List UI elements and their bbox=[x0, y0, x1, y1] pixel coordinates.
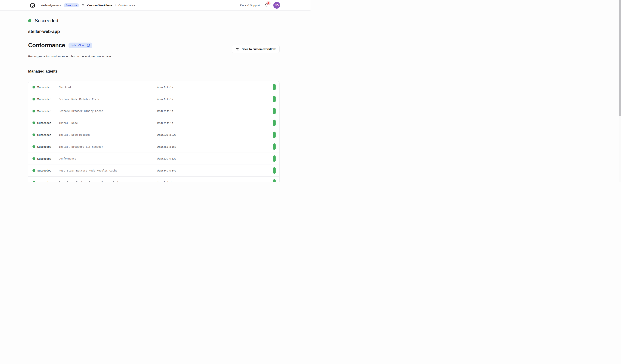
step-timeline-bar bbox=[273, 108, 276, 114]
step-status-label: Succeeded bbox=[37, 85, 51, 89]
agent-step-row[interactable]: Succeeded Post Step: Restore Browser Bin… bbox=[28, 176, 279, 182]
step-timeline-bar bbox=[273, 167, 276, 174]
step-status-label: Succeeded bbox=[37, 121, 51, 125]
nx-cloud-logo-icon[interactable] bbox=[30, 3, 35, 8]
workspace-title: stellar-web-app bbox=[28, 29, 279, 34]
step-duration: from 1s to 1s bbox=[157, 86, 273, 89]
managed-agents-heading: Managed agents bbox=[28, 69, 279, 74]
breadcrumb-custom-workflows[interactable]: Custom Workflows bbox=[87, 4, 113, 7]
status-dot bbox=[33, 157, 35, 160]
step-name: Restore Browser Binary Cache bbox=[59, 110, 157, 112]
step-status-label: Succeeded bbox=[37, 133, 51, 136]
breadcrumb-org[interactable]: stellar-dynamics bbox=[41, 4, 61, 7]
step-duration: from 1s to 1s bbox=[157, 110, 273, 112]
back-button-label: Back to custom workflow bbox=[242, 47, 276, 51]
step-name: Checkout bbox=[59, 86, 157, 89]
step-duration: from 1s to 1s bbox=[157, 98, 273, 101]
step-status: Succeeded bbox=[33, 145, 59, 148]
step-name: Post Step: Restore Node Modules Cache bbox=[59, 169, 157, 172]
org-switcher-button[interactable] bbox=[81, 3, 85, 7]
step-name: Install Node bbox=[59, 122, 157, 125]
app-header: / stellar-dynamics Enterprise Custom Wor… bbox=[0, 0, 310, 11]
step-status-label: Succeeded bbox=[37, 110, 51, 113]
step-timeline-bar bbox=[273, 132, 276, 138]
header-actions: Docs & Support NO bbox=[240, 2, 280, 9]
step-status-label: Succeeded bbox=[37, 181, 51, 182]
breadcrumb: / stellar-dynamics Enterprise Custom Wor… bbox=[30, 3, 135, 8]
step-status: Succeeded bbox=[33, 110, 59, 113]
notification-dot bbox=[268, 2, 269, 4]
step-status-label: Succeeded bbox=[37, 145, 51, 148]
step-status-label: Succeeded bbox=[37, 169, 51, 172]
step-duration: from 16s to 16s bbox=[157, 145, 273, 148]
step-duration: from 12s to 12s bbox=[157, 157, 273, 160]
page-title: Conformance bbox=[28, 42, 65, 49]
org-plan-badge: Enterprise bbox=[64, 3, 79, 7]
agent-step-row[interactable]: Succeeded Restore Browser Binary Cache f… bbox=[28, 105, 279, 117]
step-status: Succeeded bbox=[33, 169, 59, 172]
agent-step-row[interactable]: Succeeded Post Step: Restore Node Module… bbox=[28, 165, 279, 176]
agent-step-row[interactable]: Succeeded Install Node from 1s to 1s bbox=[28, 117, 279, 129]
breadcrumb-separator: / bbox=[115, 3, 116, 7]
status-dot bbox=[33, 110, 35, 112]
step-duration: from 1s to 1s bbox=[157, 181, 273, 182]
agent-step-row[interactable]: Succeeded Install Browsers (if needed) f… bbox=[28, 141, 279, 153]
nx-cloud-mini-logo-icon bbox=[87, 44, 90, 47]
breadcrumb-separator: / bbox=[37, 3, 38, 7]
step-timeline-bar bbox=[273, 179, 276, 182]
status-dot bbox=[33, 98, 35, 100]
provider-badge-label: by Nx Cloud bbox=[71, 44, 85, 47]
main-content: Succeeded stellar-web-app Conformance by… bbox=[0, 11, 310, 182]
agents-list: Succeeded Checkout from 1s to 1s Succeed… bbox=[28, 81, 279, 182]
step-status: Succeeded bbox=[33, 121, 59, 125]
step-name: Restore Node Modules Cache bbox=[59, 98, 157, 101]
step-name: Conformance bbox=[59, 157, 157, 160]
step-status: Succeeded bbox=[33, 181, 59, 182]
nx-cloud-provider-badge[interactable]: by Nx Cloud bbox=[69, 43, 92, 48]
workflow-description: Run organization conformance rules on th… bbox=[28, 55, 279, 58]
step-timeline-bar bbox=[273, 84, 276, 90]
back-to-custom-workflow-button[interactable]: Back to custom workflow bbox=[232, 45, 279, 53]
step-duration: from 34s to 34s bbox=[157, 169, 273, 172]
agent-step-row[interactable]: Succeeded Checkout from 1s to 1s bbox=[28, 81, 279, 93]
avatar[interactable]: NO bbox=[273, 2, 280, 9]
run-status-label: Succeeded bbox=[35, 18, 58, 23]
step-timeline-bar bbox=[273, 120, 276, 126]
step-name: Post Step: Restore Browser Binary Cache bbox=[59, 181, 157, 182]
status-dot bbox=[33, 86, 35, 88]
agent-step-row[interactable]: Succeeded Conformance from 12s to 12s bbox=[28, 153, 279, 165]
step-duration: from 1s to 1s bbox=[157, 122, 273, 125]
agent-step-row[interactable]: Succeeded Restore Node Modules Cache fro… bbox=[28, 93, 279, 105]
status-dot bbox=[28, 19, 31, 22]
agent-step-row[interactable]: Succeeded Install Node Modules from 23s … bbox=[28, 129, 279, 141]
status-dot bbox=[33, 122, 35, 124]
step-status-label: Succeeded bbox=[37, 157, 51, 160]
step-status: Succeeded bbox=[33, 85, 59, 89]
step-duration: from 23s to 23s bbox=[157, 133, 273, 136]
run-status: Succeeded bbox=[28, 18, 279, 23]
step-status: Succeeded bbox=[33, 157, 59, 160]
chevrons-up-down-icon bbox=[81, 3, 85, 7]
step-name: Install Node Modules bbox=[59, 133, 157, 136]
step-status: Succeeded bbox=[33, 97, 59, 101]
step-status: Succeeded bbox=[33, 133, 59, 136]
undo-arrow-icon bbox=[236, 47, 240, 51]
step-status-label: Succeeded bbox=[37, 97, 51, 101]
docs-support-link[interactable]: Docs & Support bbox=[240, 4, 260, 7]
status-dot bbox=[33, 145, 35, 148]
step-timeline-bar bbox=[273, 155, 276, 162]
status-dot bbox=[33, 181, 35, 182]
status-dot bbox=[33, 133, 35, 136]
breadcrumb-current-page: Conformance bbox=[119, 4, 135, 7]
step-timeline-bar bbox=[273, 143, 276, 150]
notifications-button[interactable] bbox=[264, 3, 269, 7]
step-timeline-bar bbox=[273, 96, 276, 102]
step-name: Install Browsers (if needed) bbox=[59, 145, 157, 148]
status-dot bbox=[33, 169, 35, 172]
